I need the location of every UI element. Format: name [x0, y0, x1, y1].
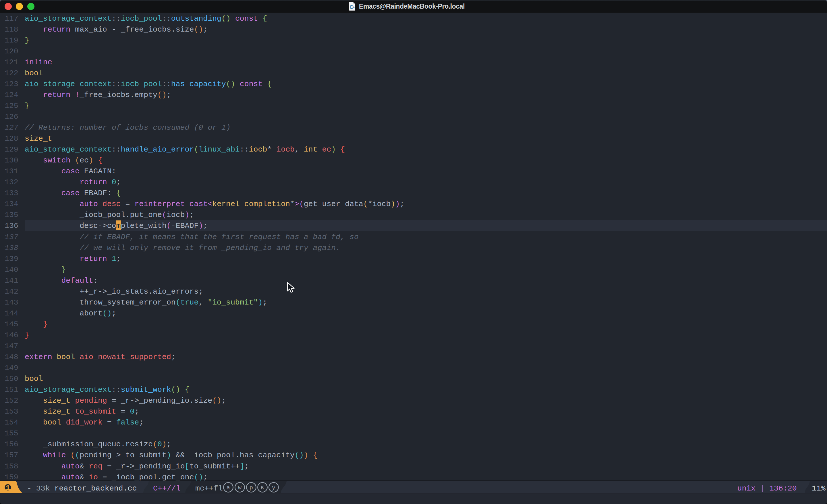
svg-text:p: p: [249, 485, 253, 491]
svg-text:a: a: [227, 485, 230, 491]
svg-text:1: 1: [6, 484, 10, 492]
svg-text:+: +: [353, 5, 355, 9]
svg-text:K: K: [261, 485, 264, 491]
svg-text:y: y: [272, 485, 275, 491]
svg-text:W: W: [238, 485, 242, 491]
